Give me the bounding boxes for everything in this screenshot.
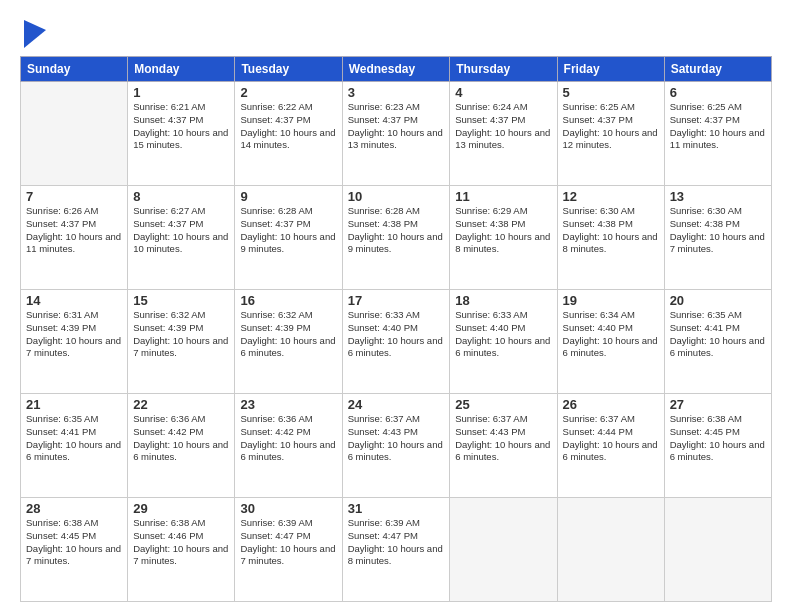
day-info: Sunrise: 6:23 AM Sunset: 4:37 PM Dayligh… xyxy=(348,101,445,152)
day-cell: 13Sunrise: 6:30 AM Sunset: 4:38 PM Dayli… xyxy=(664,186,771,290)
day-number: 14 xyxy=(26,293,122,308)
day-cell xyxy=(21,82,128,186)
day-cell: 3Sunrise: 6:23 AM Sunset: 4:37 PM Daylig… xyxy=(342,82,450,186)
day-info: Sunrise: 6:39 AM Sunset: 4:47 PM Dayligh… xyxy=(240,517,336,568)
day-cell: 6Sunrise: 6:25 AM Sunset: 4:37 PM Daylig… xyxy=(664,82,771,186)
day-cell: 12Sunrise: 6:30 AM Sunset: 4:38 PM Dayli… xyxy=(557,186,664,290)
day-info: Sunrise: 6:29 AM Sunset: 4:38 PM Dayligh… xyxy=(455,205,551,256)
day-number: 1 xyxy=(133,85,229,100)
day-number: 29 xyxy=(133,501,229,516)
day-number: 9 xyxy=(240,189,336,204)
day-info: Sunrise: 6:30 AM Sunset: 4:38 PM Dayligh… xyxy=(563,205,659,256)
day-cell: 22Sunrise: 6:36 AM Sunset: 4:42 PM Dayli… xyxy=(128,394,235,498)
day-number: 8 xyxy=(133,189,229,204)
day-number: 12 xyxy=(563,189,659,204)
day-info: Sunrise: 6:30 AM Sunset: 4:38 PM Dayligh… xyxy=(670,205,766,256)
day-info: Sunrise: 6:38 AM Sunset: 4:46 PM Dayligh… xyxy=(133,517,229,568)
day-cell: 9Sunrise: 6:28 AM Sunset: 4:37 PM Daylig… xyxy=(235,186,342,290)
day-info: Sunrise: 6:28 AM Sunset: 4:37 PM Dayligh… xyxy=(240,205,336,256)
day-info: Sunrise: 6:28 AM Sunset: 4:38 PM Dayligh… xyxy=(348,205,445,256)
day-cell: 14Sunrise: 6:31 AM Sunset: 4:39 PM Dayli… xyxy=(21,290,128,394)
day-cell: 17Sunrise: 6:33 AM Sunset: 4:40 PM Dayli… xyxy=(342,290,450,394)
day-info: Sunrise: 6:37 AM Sunset: 4:44 PM Dayligh… xyxy=(563,413,659,464)
day-number: 18 xyxy=(455,293,551,308)
day-number: 3 xyxy=(348,85,445,100)
calendar: SundayMondayTuesdayWednesdayThursdayFrid… xyxy=(20,56,772,602)
day-number: 28 xyxy=(26,501,122,516)
week-row-1: 1Sunrise: 6:21 AM Sunset: 4:37 PM Daylig… xyxy=(21,82,772,186)
day-info: Sunrise: 6:35 AM Sunset: 4:41 PM Dayligh… xyxy=(26,413,122,464)
day-cell: 16Sunrise: 6:32 AM Sunset: 4:39 PM Dayli… xyxy=(235,290,342,394)
day-number: 6 xyxy=(670,85,766,100)
day-number: 25 xyxy=(455,397,551,412)
week-row-2: 7Sunrise: 6:26 AM Sunset: 4:37 PM Daylig… xyxy=(21,186,772,290)
day-info: Sunrise: 6:33 AM Sunset: 4:40 PM Dayligh… xyxy=(348,309,445,360)
day-cell: 31Sunrise: 6:39 AM Sunset: 4:47 PM Dayli… xyxy=(342,498,450,602)
day-number: 24 xyxy=(348,397,445,412)
day-cell: 29Sunrise: 6:38 AM Sunset: 4:46 PM Dayli… xyxy=(128,498,235,602)
week-row-4: 21Sunrise: 6:35 AM Sunset: 4:41 PM Dayli… xyxy=(21,394,772,498)
day-cell: 1Sunrise: 6:21 AM Sunset: 4:37 PM Daylig… xyxy=(128,82,235,186)
day-number: 15 xyxy=(133,293,229,308)
day-number: 21 xyxy=(26,397,122,412)
day-cell: 15Sunrise: 6:32 AM Sunset: 4:39 PM Dayli… xyxy=(128,290,235,394)
day-number: 16 xyxy=(240,293,336,308)
day-info: Sunrise: 6:21 AM Sunset: 4:37 PM Dayligh… xyxy=(133,101,229,152)
day-number: 30 xyxy=(240,501,336,516)
day-info: Sunrise: 6:25 AM Sunset: 4:37 PM Dayligh… xyxy=(563,101,659,152)
day-cell: 8Sunrise: 6:27 AM Sunset: 4:37 PM Daylig… xyxy=(128,186,235,290)
day-number: 17 xyxy=(348,293,445,308)
logo-icon xyxy=(24,20,46,50)
col-header-saturday: Saturday xyxy=(664,57,771,82)
day-cell xyxy=(557,498,664,602)
day-number: 20 xyxy=(670,293,766,308)
day-info: Sunrise: 6:22 AM Sunset: 4:37 PM Dayligh… xyxy=(240,101,336,152)
day-number: 10 xyxy=(348,189,445,204)
day-cell: 19Sunrise: 6:34 AM Sunset: 4:40 PM Dayli… xyxy=(557,290,664,394)
day-cell: 11Sunrise: 6:29 AM Sunset: 4:38 PM Dayli… xyxy=(450,186,557,290)
day-info: Sunrise: 6:35 AM Sunset: 4:41 PM Dayligh… xyxy=(670,309,766,360)
col-header-monday: Monday xyxy=(128,57,235,82)
day-info: Sunrise: 6:37 AM Sunset: 4:43 PM Dayligh… xyxy=(348,413,445,464)
day-number: 27 xyxy=(670,397,766,412)
day-info: Sunrise: 6:36 AM Sunset: 4:42 PM Dayligh… xyxy=(133,413,229,464)
day-number: 2 xyxy=(240,85,336,100)
day-cell: 24Sunrise: 6:37 AM Sunset: 4:43 PM Dayli… xyxy=(342,394,450,498)
col-header-thursday: Thursday xyxy=(450,57,557,82)
day-cell: 7Sunrise: 6:26 AM Sunset: 4:37 PM Daylig… xyxy=(21,186,128,290)
logo xyxy=(20,18,46,50)
svg-marker-0 xyxy=(24,20,46,48)
day-info: Sunrise: 6:36 AM Sunset: 4:42 PM Dayligh… xyxy=(240,413,336,464)
page: SundayMondayTuesdayWednesdayThursdayFrid… xyxy=(0,0,792,612)
day-cell xyxy=(664,498,771,602)
day-info: Sunrise: 6:38 AM Sunset: 4:45 PM Dayligh… xyxy=(26,517,122,568)
col-header-wednesday: Wednesday xyxy=(342,57,450,82)
day-cell: 20Sunrise: 6:35 AM Sunset: 4:41 PM Dayli… xyxy=(664,290,771,394)
day-number: 11 xyxy=(455,189,551,204)
day-number: 4 xyxy=(455,85,551,100)
week-row-3: 14Sunrise: 6:31 AM Sunset: 4:39 PM Dayli… xyxy=(21,290,772,394)
day-cell: 21Sunrise: 6:35 AM Sunset: 4:41 PM Dayli… xyxy=(21,394,128,498)
day-info: Sunrise: 6:39 AM Sunset: 4:47 PM Dayligh… xyxy=(348,517,445,568)
day-cell: 5Sunrise: 6:25 AM Sunset: 4:37 PM Daylig… xyxy=(557,82,664,186)
day-info: Sunrise: 6:26 AM Sunset: 4:37 PM Dayligh… xyxy=(26,205,122,256)
day-number: 5 xyxy=(563,85,659,100)
day-info: Sunrise: 6:38 AM Sunset: 4:45 PM Dayligh… xyxy=(670,413,766,464)
day-cell: 18Sunrise: 6:33 AM Sunset: 4:40 PM Dayli… xyxy=(450,290,557,394)
day-info: Sunrise: 6:34 AM Sunset: 4:40 PM Dayligh… xyxy=(563,309,659,360)
day-number: 22 xyxy=(133,397,229,412)
day-info: Sunrise: 6:37 AM Sunset: 4:43 PM Dayligh… xyxy=(455,413,551,464)
day-info: Sunrise: 6:24 AM Sunset: 4:37 PM Dayligh… xyxy=(455,101,551,152)
day-cell: 4Sunrise: 6:24 AM Sunset: 4:37 PM Daylig… xyxy=(450,82,557,186)
day-cell: 2Sunrise: 6:22 AM Sunset: 4:37 PM Daylig… xyxy=(235,82,342,186)
day-number: 23 xyxy=(240,397,336,412)
day-info: Sunrise: 6:31 AM Sunset: 4:39 PM Dayligh… xyxy=(26,309,122,360)
day-number: 31 xyxy=(348,501,445,516)
col-header-sunday: Sunday xyxy=(21,57,128,82)
day-number: 13 xyxy=(670,189,766,204)
day-info: Sunrise: 6:25 AM Sunset: 4:37 PM Dayligh… xyxy=(670,101,766,152)
day-info: Sunrise: 6:33 AM Sunset: 4:40 PM Dayligh… xyxy=(455,309,551,360)
col-header-tuesday: Tuesday xyxy=(235,57,342,82)
day-cell: 27Sunrise: 6:38 AM Sunset: 4:45 PM Dayli… xyxy=(664,394,771,498)
day-info: Sunrise: 6:27 AM Sunset: 4:37 PM Dayligh… xyxy=(133,205,229,256)
